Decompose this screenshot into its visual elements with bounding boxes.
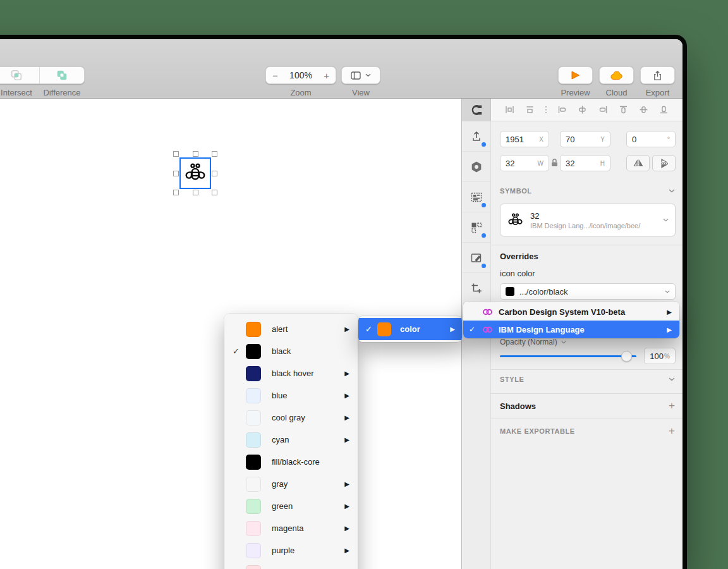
plugin-hexagon-button[interactable] (462, 152, 490, 182)
difference-icon (56, 70, 68, 81)
plugin-symbols-button[interactable] (462, 212, 490, 243)
make-exportable-row: MAKE EXPORTABLE + (500, 425, 675, 437)
submenu-arrow-icon: ▶ (344, 525, 349, 532)
difference-button[interactable] (39, 67, 85, 83)
plugin-layout-button[interactable] (462, 182, 490, 212)
boolean-ops-group (0, 66, 85, 84)
color-swatch (246, 322, 261, 337)
width-field[interactable]: 32 W (500, 155, 549, 171)
align-top-icon[interactable] (618, 104, 629, 115)
divider (491, 245, 682, 245)
inspector-top-bar (462, 99, 682, 121)
menu-item-carbon-design-system[interactable]: Carbon Design System V10-beta ▶ (463, 303, 679, 321)
view-button[interactable] (341, 66, 380, 84)
align-right-icon[interactable] (598, 104, 609, 115)
resize-handle[interactable] (173, 190, 179, 195)
flip-horizontal-button[interactable] (626, 155, 650, 171)
icon-color-dropdown[interactable]: .../color/black (500, 283, 676, 300)
align-left-icon[interactable] (557, 104, 567, 115)
lock-ratio-icon[interactable] (551, 158, 558, 167)
opacity-slider-handle[interactable] (621, 351, 632, 362)
symbol-header-label: SYMBOL (500, 187, 532, 195)
color-swatch (246, 366, 261, 381)
inspector-content: 1951 X 70 Y 0 ° 32 W (491, 121, 682, 569)
opacity-label-row[interactable]: Opacity (Normal) (500, 338, 566, 346)
align-center-horizontal-icon[interactable] (577, 104, 588, 115)
align-bottom-icon[interactable] (658, 104, 669, 115)
submenu-arrow-icon: ▶ (344, 326, 349, 333)
intersect-button[interactable] (0, 67, 39, 83)
symbol-section-header[interactable]: SYMBOL (500, 187, 675, 195)
menu-item-green[interactable]: green ▶ (224, 495, 358, 517)
library-link-icon (482, 308, 497, 316)
resize-handle[interactable] (173, 151, 179, 157)
opacity-unit: % (664, 353, 670, 360)
distribute-horizontally-icon[interactable] (504, 104, 515, 115)
selected-layer-bee-symbol[interactable] (179, 157, 211, 189)
symbol-path: IBM Design Lang.../icon/image/bee/ (530, 222, 657, 229)
add-export-button[interactable]: + (669, 425, 675, 437)
alignment-toolbar (491, 99, 682, 121)
resize-handle[interactable] (173, 171, 179, 176)
y-position-field[interactable]: 70 Y (560, 131, 610, 147)
resize-handle[interactable] (212, 190, 217, 195)
color-swatch (246, 521, 261, 536)
add-shadow-button[interactable]: + (669, 400, 675, 412)
icon-color-label: icon color (500, 269, 535, 278)
plugin-c-logo-button[interactable] (462, 99, 491, 121)
menu-item-red[interactable]: red ▶ (224, 561, 358, 569)
menu-item-color[interactable]: ✓ color ▶ (358, 318, 462, 340)
plugin-artboard-plus-button[interactable] (462, 273, 490, 303)
export-button[interactable] (640, 66, 675, 84)
opacity-slider[interactable] (500, 355, 636, 357)
menu-item-cool-gray[interactable]: cool gray ▶ (224, 407, 358, 429)
style-section-header[interactable]: STYLE (500, 376, 675, 383)
x-position-field[interactable]: 1951 X (500, 131, 549, 147)
zoom-in-button[interactable]: + (324, 70, 329, 81)
flip-horizontal-icon (633, 159, 643, 168)
submenu-arrow-icon: ▶ (344, 436, 349, 443)
resize-handle[interactable] (193, 151, 198, 157)
menu-item-black-hover[interactable]: black hover ▶ (224, 362, 358, 384)
rotation-unit: ° (667, 136, 670, 143)
menu-item-cyan[interactable]: cyan ▶ (224, 429, 358, 451)
preview-label: Preview (558, 88, 593, 97)
height-field[interactable]: 32 H (560, 155, 610, 171)
preview-button[interactable] (558, 66, 593, 84)
menu-item-purple[interactable]: purple ▶ (224, 539, 358, 561)
panel-layout-icon (351, 71, 361, 80)
resize-handle[interactable] (193, 190, 198, 195)
menu-item-blue[interactable]: blue ▶ (224, 384, 358, 407)
rotation-field[interactable]: 0 ° (626, 131, 676, 147)
menu-item-ibm-design-language[interactable]: ✓ IBM Design Language ▶ (463, 321, 679, 338)
color-swatch (246, 410, 261, 425)
zoom-out-button[interactable]: − (272, 70, 278, 81)
menu-item-magenta[interactable]: magenta ▶ (224, 517, 358, 539)
menu-item-alert[interactable]: alert ▶ (224, 318, 358, 340)
menu-item-black[interactable]: ✓ black (224, 340, 358, 362)
resize-handle[interactable] (212, 151, 217, 157)
menu-item-fill-black-core[interactable]: fill/black-core (224, 451, 358, 473)
color-swatch (246, 499, 261, 514)
plugin-upload-button[interactable] (462, 121, 490, 152)
menu-item-gray[interactable]: gray ▶ (224, 473, 358, 495)
plugin-vector-edit-button[interactable] (462, 243, 490, 273)
notification-dot (482, 203, 486, 207)
libraries-menu: Carbon Design System V10-beta ▶ ✓ IBM De… (463, 302, 679, 338)
submenu-arrow-icon: ▶ (344, 414, 349, 421)
cloud-button[interactable] (599, 66, 634, 84)
submenu-arrow-icon: ▶ (450, 326, 455, 333)
boolean-ops-labels: Intersect Difference (0, 88, 85, 97)
black-swatch (506, 287, 514, 296)
checkmark-icon: ✓ (469, 325, 482, 334)
distribute-vertically-icon[interactable] (525, 104, 535, 115)
flip-vertical-button[interactable] (652, 155, 676, 171)
zoom-level: 100% (289, 70, 312, 80)
divider (491, 393, 682, 394)
shadows-row: Shadows + (500, 400, 675, 412)
align-middle-vertical-icon[interactable] (638, 104, 649, 115)
symbol-picker[interactable]: 32 IBM Design Lang.../icon/image/bee/ (500, 204, 676, 236)
resize-handle[interactable] (212, 171, 217, 176)
opacity-value-field[interactable]: 100 % (644, 348, 676, 364)
flip-vertical-icon (660, 158, 668, 168)
